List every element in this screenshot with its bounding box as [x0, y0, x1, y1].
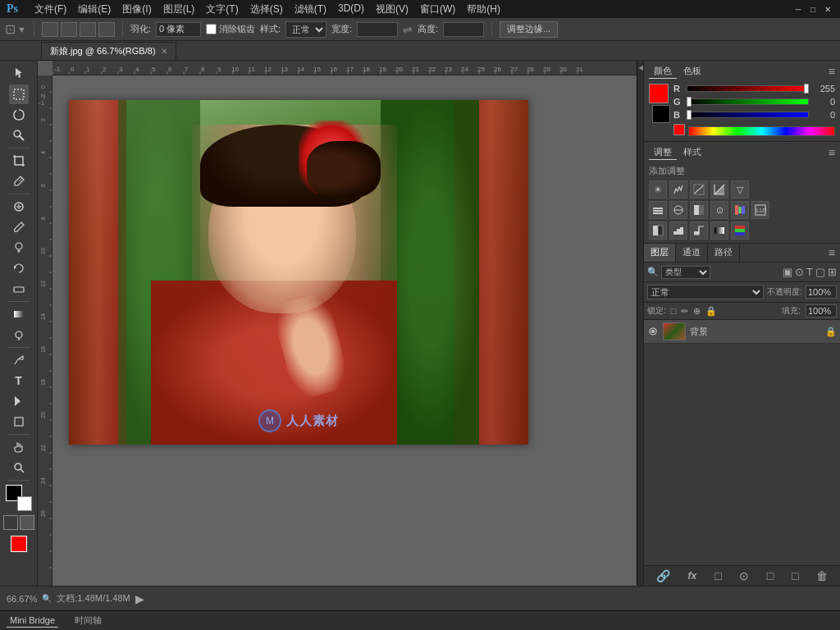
- layer-effects-icon[interactable]: fx: [688, 570, 697, 582]
- adj-color-lookup[interactable]: LUT: [751, 201, 769, 219]
- menu-file[interactable]: 文件(F): [30, 1, 71, 18]
- minimize-button[interactable]: ─: [792, 3, 804, 15]
- refine-edge-button[interactable]: 调整边缘...: [500, 21, 558, 38]
- height-input[interactable]: [443, 22, 484, 37]
- adj-exposure[interactable]: [710, 180, 728, 199]
- adj-photo-filter[interactable]: ⊙: [710, 201, 728, 219]
- blue-slider-thumb[interactable]: [687, 110, 692, 120]
- document-tab[interactable]: 新娘.jpg @ 66.7%(RGB/8) ✕: [41, 42, 176, 60]
- crop-tool[interactable]: [9, 151, 29, 171]
- adj-levels[interactable]: [669, 180, 687, 199]
- new-fill-layer-icon[interactable]: □: [714, 569, 721, 582]
- right-collapse-handle[interactable]: ◀: [637, 61, 643, 586]
- layer-shape-icon[interactable]: ▢: [815, 266, 825, 278]
- lock-paint-icon[interactable]: ✏: [681, 306, 688, 317]
- layers-tab[interactable]: 图层: [644, 244, 676, 262]
- mini-bridge-tab[interactable]: Mini Bridge: [7, 614, 58, 628]
- link-layers-icon[interactable]: 🔗: [656, 569, 670, 582]
- eyedropper-tool[interactable]: [9, 171, 29, 191]
- adj-bw[interactable]: [690, 201, 708, 219]
- color-panel-menu[interactable]: ≡: [829, 65, 835, 78]
- close-button[interactable]: ✕: [822, 3, 833, 15]
- layer-visibility-toggle[interactable]: [647, 326, 659, 337]
- adj-selective-color[interactable]: [731, 221, 749, 240]
- channels-tab[interactable]: 通道: [676, 244, 708, 262]
- green-slider[interactable]: [687, 98, 809, 105]
- green-slider-thumb[interactable]: [687, 97, 692, 107]
- adjustments-tab[interactable]: 调整: [649, 145, 677, 160]
- adjustments-panel-menu[interactable]: ≡: [829, 146, 835, 159]
- layer-text-icon[interactable]: T: [806, 266, 813, 278]
- new-adjustment-icon[interactable]: ⊙: [739, 569, 749, 582]
- quick-mask-mode[interactable]: [20, 515, 34, 530]
- text-tool[interactable]: T: [9, 371, 29, 390]
- menu-help[interactable]: 帮助(H): [462, 1, 505, 18]
- adj-vibrance[interactable]: ▽: [731, 180, 749, 199]
- history-brush-tool[interactable]: [9, 258, 29, 278]
- layer-adjust-icon[interactable]: ⊙: [795, 266, 804, 278]
- adj-brightness[interactable]: ☀: [649, 180, 667, 199]
- tab-close-button[interactable]: ✕: [161, 47, 167, 56]
- opacity-input[interactable]: [806, 285, 837, 299]
- delete-layer-icon[interactable]: 🗑: [816, 569, 828, 582]
- swatches-tab[interactable]: 色板: [678, 64, 706, 79]
- fg-color-box[interactable]: [649, 84, 669, 103]
- menu-layer[interactable]: 图层(L): [158, 1, 200, 18]
- anti-alias-checkbox[interactable]: [206, 24, 217, 34]
- color-tab[interactable]: 颜色: [649, 64, 677, 79]
- move-tool[interactable]: [9, 64, 29, 84]
- dodge-tool[interactable]: [9, 325, 29, 345]
- red-slider-thumb[interactable]: [804, 84, 809, 94]
- adj-channel-mixer[interactable]: [731, 201, 749, 219]
- eraser-tool[interactable]: [9, 279, 29, 299]
- width-input[interactable]: [357, 22, 398, 37]
- feather-input[interactable]: [156, 22, 201, 37]
- menu-view[interactable]: 视图(V): [371, 1, 413, 18]
- menu-3d[interactable]: 3D(D): [333, 1, 369, 18]
- lock-position-icon[interactable]: ⊕: [693, 306, 701, 317]
- background-color[interactable]: [17, 496, 32, 511]
- lasso-tool[interactable]: [9, 105, 29, 125]
- layers-panel-menu[interactable]: ≡: [824, 244, 840, 262]
- gradient-tool[interactable]: [9, 304, 29, 324]
- paths-tab[interactable]: 路径: [708, 244, 740, 262]
- fill-input[interactable]: [806, 304, 837, 317]
- layer-type-filter[interactable]: 类型: [661, 266, 710, 279]
- document-canvas[interactable]: M 人人素材: [69, 100, 528, 445]
- forward-arrow[interactable]: ▶: [135, 592, 144, 605]
- standard-mode[interactable]: [3, 515, 18, 530]
- pen-tool[interactable]: [9, 350, 29, 370]
- adj-color-balance[interactable]: [669, 201, 687, 219]
- layer-background[interactable]: 背景 🔒: [644, 320, 840, 344]
- layer-pixel-icon[interactable]: ▣: [783, 266, 792, 278]
- menu-image[interactable]: 图像(I): [117, 1, 156, 18]
- lock-transparency-icon[interactable]: □: [671, 306, 677, 316]
- adj-gradient-map[interactable]: [710, 221, 728, 240]
- adj-threshold[interactable]: [690, 221, 708, 240]
- menu-text[interactable]: 文字(T): [201, 1, 243, 18]
- menu-filter[interactable]: 滤镜(T): [290, 1, 331, 18]
- styles-tab[interactable]: 样式: [678, 145, 706, 160]
- brush-tool[interactable]: [9, 217, 29, 237]
- style-dropdown[interactable]: 正常: [285, 21, 326, 38]
- path-selection-tool[interactable]: [9, 391, 29, 411]
- fg-color-swatch[interactable]: [11, 536, 27, 552]
- blending-mode-dropdown[interactable]: 正常: [647, 285, 764, 299]
- menu-select[interactable]: 选择(S): [245, 1, 288, 18]
- blue-slider[interactable]: [687, 112, 809, 118]
- lock-all-icon[interactable]: 🔒: [705, 306, 717, 317]
- adj-invert[interactable]: [649, 221, 667, 240]
- red-slider[interactable]: [687, 85, 809, 92]
- menu-window[interactable]: 窗口(W): [415, 1, 460, 18]
- clone-stamp-tool[interactable]: [9, 238, 29, 258]
- new-group-icon[interactable]: □: [767, 569, 774, 582]
- menu-edit[interactable]: 编辑(E): [73, 1, 116, 18]
- magic-wand-tool[interactable]: [9, 126, 29, 145]
- zoom-tool[interactable]: [9, 458, 29, 477]
- adj-curves[interactable]: [690, 180, 708, 199]
- timeline-tab[interactable]: 时间轴: [71, 613, 105, 628]
- hand-tool[interactable]: [9, 437, 29, 457]
- adj-posterize[interactable]: [669, 221, 687, 240]
- adj-hsl[interactable]: [649, 201, 667, 219]
- marquee-tool[interactable]: [9, 84, 29, 104]
